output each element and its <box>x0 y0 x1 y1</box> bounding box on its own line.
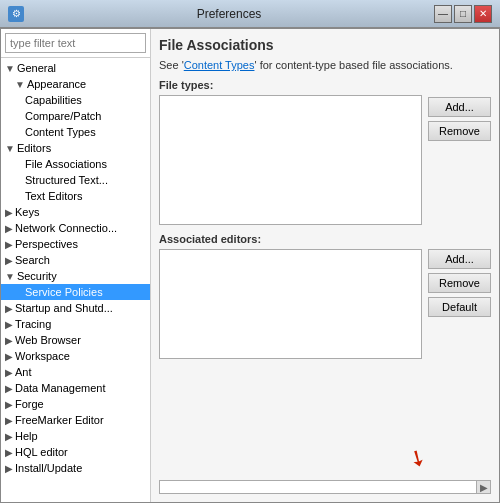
content-panel: File Associations See 'Content Types' fo… <box>151 29 499 502</box>
sidebar-item-text-editors[interactable]: Text Editors <box>1 188 150 204</box>
sidebar-item-forge[interactable]: ▶Forge <box>1 396 150 412</box>
sidebar-item-capabilities[interactable]: Capabilities <box>1 92 150 108</box>
default-editor-button[interactable]: Default <box>428 297 491 317</box>
sidebar-item-label: Search <box>15 254 50 266</box>
editors-buttons: Add... Remove Default <box>428 249 491 476</box>
expand-arrow: ▶ <box>5 351 13 362</box>
sidebar-item-label: Service Policies <box>25 286 103 298</box>
expand-arrow: ▶ <box>5 463 13 474</box>
file-types-buttons: Add... Remove <box>428 95 491 225</box>
expand-arrow: ▶ <box>5 383 13 394</box>
sidebar-item-install-update[interactable]: ▶Install/Update <box>1 460 150 476</box>
search-input[interactable] <box>5 33 146 53</box>
associated-editors-label: Associated editors: <box>159 233 491 245</box>
expand-arrow: ▶ <box>5 319 13 330</box>
add-file-type-button[interactable]: Add... <box>428 97 491 117</box>
editors-list[interactable] <box>159 249 422 359</box>
sidebar-item-workspace[interactable]: ▶Workspace <box>1 348 150 364</box>
sidebar-tree: ▼General▼AppearanceCapabilitiesCompare/P… <box>1 58 150 478</box>
sidebar-item-file-associations[interactable]: File Associations <box>1 156 150 172</box>
sidebar-item-label: Perspectives <box>15 238 78 250</box>
sidebar-item-label: File Associations <box>25 158 107 170</box>
sidebar-item-label: Network Connectio... <box>15 222 117 234</box>
expand-arrow: ▶ <box>5 223 13 234</box>
sidebar-item-label: HQL editor <box>15 446 68 458</box>
expand-arrow: ▶ <box>5 239 13 250</box>
arrow-annotation: ➘ <box>403 442 432 474</box>
sidebar-item-label: Security <box>17 270 57 282</box>
page-title: File Associations <box>159 37 491 53</box>
editors-section: Add... Remove Default ➘ <box>159 249 491 476</box>
sidebar-item-compare-patch[interactable]: Compare/Patch <box>1 108 150 124</box>
sidebar-item-label: Appearance <box>27 78 86 90</box>
sidebar-item-label: Startup and Shutd... <box>15 302 113 314</box>
sidebar-item-label: Keys <box>15 206 39 218</box>
content-types-link[interactable]: Content Types <box>184 59 255 71</box>
sidebar-item-tracing[interactable]: ▶Tracing <box>1 316 150 332</box>
sidebar-item-hql-editor[interactable]: ▶HQL editor <box>1 444 150 460</box>
expand-arrow: ▶ <box>5 303 13 314</box>
sidebar-item-label: Capabilities <box>25 94 82 106</box>
expand-arrow: ▶ <box>5 207 13 218</box>
sidebar-item-network-connections[interactable]: ▶Network Connectio... <box>1 220 150 236</box>
sidebar-item-data-management[interactable]: ▶Data Management <box>1 380 150 396</box>
sidebar-item-label: Editors <box>17 142 51 154</box>
sidebar-item-label: Tracing <box>15 318 51 330</box>
main-container: ▼General▼AppearanceCapabilitiesCompare/P… <box>0 28 500 503</box>
remove-file-type-button[interactable]: Remove <box>428 121 491 141</box>
sidebar-item-label: Help <box>15 430 38 442</box>
sidebar-item-perspectives[interactable]: ▶Perspectives <box>1 236 150 252</box>
sidebar-item-service-policies[interactable]: Service Policies <box>1 284 150 300</box>
sidebar-item-web-browser[interactable]: ▶Web Browser <box>1 332 150 348</box>
expand-arrow: ▶ <box>5 447 13 458</box>
expand-arrow: ▼ <box>5 271 15 282</box>
expand-arrow: ▼ <box>15 79 25 90</box>
sidebar-item-help[interactable]: ▶Help <box>1 428 150 444</box>
expand-arrow: ▶ <box>5 255 13 266</box>
sidebar-item-label: Compare/Patch <box>25 110 101 122</box>
sidebar-item-keys[interactable]: ▶Keys <box>1 204 150 220</box>
sidebar-item-freemarker-editor[interactable]: ▶FreeMarker Editor <box>1 412 150 428</box>
expand-arrow: ▶ <box>5 431 13 442</box>
sidebar-item-label: General <box>17 62 56 74</box>
sidebar-item-label: Forge <box>15 398 44 410</box>
content-description: See 'Content Types' for content-type bas… <box>159 59 491 71</box>
sidebar-item-label: Text Editors <box>25 190 82 202</box>
expand-arrow: ▶ <box>5 399 13 410</box>
sidebar-item-label: FreeMarker Editor <box>15 414 104 426</box>
sidebar-item-security[interactable]: ▼Security <box>1 268 150 284</box>
sidebar: ▼General▼AppearanceCapabilitiesCompare/P… <box>1 29 151 502</box>
sidebar-item-label: Workspace <box>15 350 70 362</box>
remove-editor-button[interactable]: Remove <box>428 273 491 293</box>
titlebar: ⚙ Preferences — □ ✕ <box>0 0 500 28</box>
file-types-list[interactable] <box>159 95 422 225</box>
sidebar-item-ant[interactable]: ▶Ant <box>1 364 150 380</box>
sidebar-item-label: Data Management <box>15 382 106 394</box>
file-types-label: File types: <box>159 79 491 91</box>
sidebar-item-search[interactable]: ▶Search <box>1 252 150 268</box>
expand-arrow: ▼ <box>5 143 15 154</box>
window-title: Preferences <box>24 7 434 21</box>
app-icon: ⚙ <box>8 6 24 22</box>
sidebar-item-startup-shutdown[interactable]: ▶Startup and Shutd... <box>1 300 150 316</box>
file-types-section: Add... Remove <box>159 95 491 225</box>
sidebar-search-container <box>1 29 150 58</box>
sidebar-item-label: Ant <box>15 366 32 378</box>
maximize-button[interactable]: □ <box>454 5 472 23</box>
sidebar-item-appearance[interactable]: ▼Appearance <box>1 76 150 92</box>
add-editor-button[interactable]: Add... <box>428 249 491 269</box>
minimize-button[interactable]: — <box>434 5 452 23</box>
expand-arrow: ▶ <box>5 335 13 346</box>
sidebar-item-general[interactable]: ▼General <box>1 60 150 76</box>
expand-arrow: ▼ <box>5 63 15 74</box>
close-button[interactable]: ✕ <box>474 5 492 23</box>
sidebar-item-label: Install/Update <box>15 462 82 474</box>
sidebar-item-content-types[interactable]: Content Types <box>1 124 150 140</box>
sidebar-item-label: Web Browser <box>15 334 81 346</box>
sidebar-item-label: Content Types <box>25 126 96 138</box>
sidebar-item-structured-text[interactable]: Structured Text... <box>1 172 150 188</box>
sidebar-item-editors[interactable]: ▼Editors <box>1 140 150 156</box>
sidebar-item-label: Structured Text... <box>25 174 108 186</box>
expand-arrow: ▶ <box>5 367 13 378</box>
expand-arrow: ▶ <box>5 415 13 426</box>
